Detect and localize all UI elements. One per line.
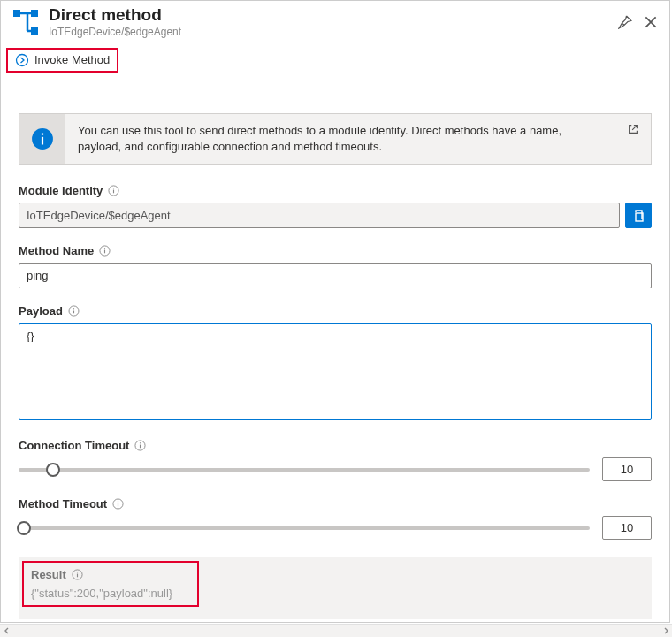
scroll-right-icon[interactable] bbox=[659, 625, 672, 638]
payload-field: Payload bbox=[19, 304, 652, 423]
info-glyph-icon[interactable] bbox=[134, 440, 146, 451]
horizontal-scrollbar[interactable] bbox=[0, 624, 672, 637]
svg-rect-13 bbox=[104, 249, 105, 249]
svg-rect-9 bbox=[113, 188, 114, 189]
invoke-method-label: Invoke Method bbox=[34, 53, 110, 66]
info-glyph-icon[interactable] bbox=[99, 245, 111, 257]
info-icon bbox=[31, 127, 54, 150]
method-timeout-field: Method Timeout 10 bbox=[19, 497, 652, 540]
payload-textarea[interactable] bbox=[19, 323, 652, 420]
copy-icon bbox=[631, 209, 645, 223]
result-label: Result bbox=[31, 568, 66, 581]
scroll-left-icon[interactable] bbox=[0, 625, 13, 638]
svg-rect-12 bbox=[104, 250, 105, 254]
info-banner: You can use this tool to send direct met… bbox=[19, 113, 652, 165]
svg-rect-0 bbox=[13, 10, 20, 17]
svg-rect-15 bbox=[73, 311, 74, 314]
module-identity-label: Module Identity bbox=[19, 184, 103, 197]
toolbar: Invoke Method bbox=[1, 42, 669, 78]
highlight-result: Result {"status":200,"payload":null} bbox=[22, 561, 199, 607]
info-glyph-icon[interactable] bbox=[68, 305, 80, 317]
invoke-method-button[interactable]: Invoke Method bbox=[8, 50, 117, 71]
svg-rect-6 bbox=[42, 134, 43, 135]
slider-thumb[interactable] bbox=[17, 521, 31, 535]
method-timeout-slider[interactable] bbox=[19, 519, 590, 537]
svg-rect-8 bbox=[113, 190, 114, 194]
info-glyph-icon[interactable] bbox=[72, 569, 83, 580]
connection-timeout-value[interactable]: 10 bbox=[602, 457, 652, 481]
svg-rect-21 bbox=[118, 503, 118, 507]
info-glyph-icon[interactable] bbox=[108, 185, 119, 196]
svg-rect-1 bbox=[31, 10, 38, 17]
connection-timeout-field: Connection Timeout 10 bbox=[19, 439, 652, 481]
svg-point-3 bbox=[17, 54, 28, 65]
payload-label: Payload bbox=[19, 304, 63, 318]
module-identity-input[interactable] bbox=[19, 203, 620, 228]
panel-title: Direct method bbox=[49, 6, 618, 25]
svg-rect-5 bbox=[42, 137, 43, 145]
method-name-label: Method Name bbox=[19, 244, 94, 257]
info-glyph-icon[interactable] bbox=[112, 498, 124, 510]
info-icon-wrap bbox=[19, 114, 65, 164]
svg-rect-24 bbox=[77, 574, 78, 578]
method-timeout-value[interactable]: 10 bbox=[602, 516, 652, 540]
connection-timeout-slider[interactable] bbox=[19, 461, 590, 479]
svg-rect-25 bbox=[77, 572, 78, 573]
invoke-icon bbox=[15, 53, 29, 67]
content-area: You can use this tool to send direct met… bbox=[1, 78, 669, 622]
direct-method-panel: Direct method IoTEdgeDevice/$edgeAgent I… bbox=[0, 0, 670, 623]
module-identity-field: Module Identity bbox=[19, 184, 652, 228]
svg-rect-19 bbox=[140, 443, 141, 444]
info-text: You can use this tool to send direct met… bbox=[65, 114, 615, 164]
panel-subtitle: IoTEdgeDevice/$edgeAgent bbox=[49, 26, 618, 38]
svg-rect-18 bbox=[140, 445, 141, 449]
svg-rect-2 bbox=[31, 27, 38, 35]
result-block: Result {"status":200,"payload":null} bbox=[19, 557, 652, 619]
highlight-invoke: Invoke Method bbox=[6, 48, 118, 73]
pin-icon[interactable] bbox=[618, 15, 632, 29]
method-timeout-label: Method Timeout bbox=[19, 497, 107, 510]
external-link-icon[interactable] bbox=[627, 123, 639, 135]
close-icon[interactable] bbox=[643, 14, 659, 30]
slider-thumb[interactable] bbox=[46, 463, 60, 477]
direct-method-icon bbox=[11, 8, 40, 36]
svg-rect-22 bbox=[118, 502, 118, 503]
method-name-input[interactable] bbox=[19, 263, 652, 288]
svg-rect-16 bbox=[73, 309, 74, 310]
panel-header: Direct method IoTEdgeDevice/$edgeAgent bbox=[1, 1, 669, 42]
method-name-field: Method Name bbox=[19, 244, 652, 288]
connection-timeout-label: Connection Timeout bbox=[19, 439, 129, 452]
copy-button[interactable] bbox=[625, 203, 652, 228]
result-text: {"status":200,"payload":null} bbox=[31, 587, 172, 600]
